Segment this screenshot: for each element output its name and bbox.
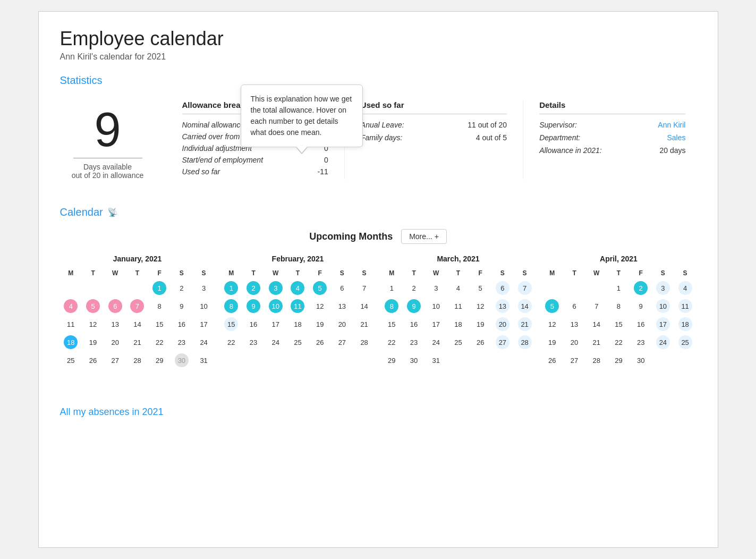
january-grid: M T W T F S S 1 [60, 267, 215, 369]
used-row-1: Anual Leave: 11 out of 20 [361, 121, 507, 129]
upcoming-title: Upcoming Months [309, 231, 393, 242]
january-title: January, 2021 [60, 255, 215, 263]
more-button[interactable]: More... + [401, 229, 447, 244]
tooltip-text: This is explanation how we get the total… [251, 95, 352, 137]
table-row: 1 2 3 4 [541, 279, 696, 297]
table-row: 29 30 31 [381, 351, 536, 369]
table-row: 8 9 10 11 12 13 14 [381, 297, 536, 315]
absences-link[interactable]: All my absences in 2021 [60, 406, 164, 418]
table-row: 25 26 27 28 29 30 31 [60, 351, 215, 369]
april-grid: M T W T F S S 1 2 [541, 267, 696, 369]
calendar-march: March, 2021 M T W T F S S 1 [381, 255, 536, 369]
february-grid: M T W T F S S 1 2 3 4 5 [220, 267, 376, 351]
table-row: 1 2 3 [60, 279, 215, 297]
used-row-2: Family days: 4 out of 5 [361, 133, 507, 142]
march-title: March, 2021 [381, 255, 536, 263]
page-container: Employee calendar Ann Kiril's calendar f… [38, 11, 718, 548]
table-row: 1 2 3 4 5 6 7 [381, 279, 536, 297]
statistics-heading: Statistics [60, 74, 696, 87]
page-title: Employee calendar [60, 28, 696, 50]
table-row: 26 27 28 29 30 [541, 351, 696, 369]
table-row: 19 20 21 22 23 24 25 [541, 333, 696, 351]
february-title: February, 2021 [220, 255, 376, 263]
table-row: 1 2 3 4 5 6 7 [220, 279, 376, 297]
tooltip-box: This is explanation how we get the total… [241, 84, 363, 147]
table-row: 5 6 7 8 9 10 11 [541, 297, 696, 315]
details-header: Details [539, 100, 685, 114]
statistics-section: 9 Days available out of 20 in allowance … [60, 95, 696, 190]
table-row: 15 16 17 18 19 20 21 [220, 315, 376, 333]
table-row: 22 23 24 25 26 27 28 [381, 333, 536, 351]
table-row: 4 5 6 7 8 9 10 [60, 297, 215, 315]
table-row: 8 9 10 11 12 13 14 [220, 297, 376, 315]
calendar-february: February, 2021 M T W T F S S 1 [220, 255, 376, 369]
allowance-row-5: Used so far -11 [182, 167, 328, 176]
details-row-1: Supervisor: Ann Kiril [539, 121, 685, 129]
details-row-2: Department: Sales [539, 133, 685, 142]
table-row: 15 16 17 18 19 20 21 [381, 315, 536, 333]
days-divider [73, 158, 142, 158]
days-number: 9 [94, 106, 121, 154]
calendar-heading: Calendar 📡 [60, 206, 696, 218]
days-available-box: 9 Days available out of 20 in allowance [60, 95, 166, 190]
calendars-grid: January, 2021 M T W T F S S [60, 255, 696, 369]
table-row: 18 19 20 21 22 23 24 [60, 333, 215, 351]
table-row: 11 12 13 14 15 16 17 [60, 315, 215, 333]
upcoming-header: Upcoming Months More... + [60, 229, 696, 244]
details-row-3: Allowance in 2021: 20 days [539, 146, 685, 155]
used-so-far-header: Used so far [361, 100, 507, 114]
page-subtitle: Ann Kiril's calendar for 2021 [60, 52, 696, 62]
table-row: 12 13 14 15 16 17 18 [541, 315, 696, 333]
used-so-far-col: Used so far Anual Leave: 11 out of 20 Fa… [345, 100, 523, 179]
table-row: 22 23 24 25 26 27 28 [220, 333, 376, 351]
calendar-april: April, 2021 M T W T F S S [541, 255, 696, 369]
april-title: April, 2021 [541, 255, 696, 263]
allowance-row-4: Start/end of employment 0 [182, 156, 328, 164]
details-col: Details Supervisor: Ann Kiril Department… [523, 100, 696, 179]
march-grid: M T W T F S S 1 2 3 4 5 [381, 267, 536, 369]
days-label: Days available out of 20 in allowance [72, 163, 143, 180]
calendar-january: January, 2021 M T W T F S S [60, 255, 215, 369]
rss-icon: 📡 [107, 207, 118, 217]
